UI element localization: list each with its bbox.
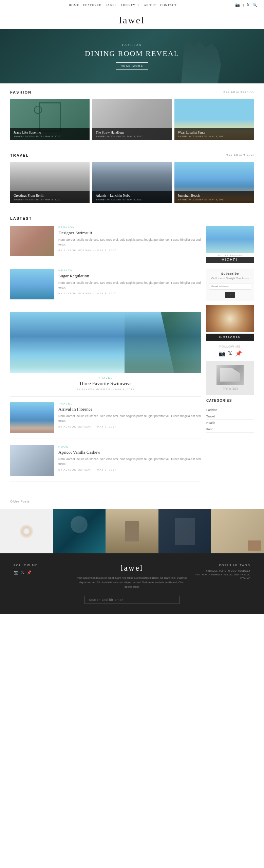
footer-twitter-icon[interactable]: 𝕏: [21, 570, 24, 575]
nav-pages[interactable]: PAGES: [106, 3, 117, 7]
footer-tag-1[interactable]: #LIFE: [219, 570, 226, 572]
post-item-1: FASHION Designer Swimsuit Nam laoreet ia…: [10, 226, 201, 262]
post-2-title[interactable]: Sugar Regulation: [58, 273, 201, 279]
twitter-icon[interactable]: 𝕏: [247, 3, 250, 7]
travel-section-header: TRAVEL See All in Travel: [10, 153, 254, 157]
travel-card-3[interactable]: Jumeirah Beach SHARE · 0 COMMENTS · MAY …: [174, 162, 254, 203]
navigation: ☰ HOME FEATURED PAGES LIFESTYLE ABOUT CO…: [0, 0, 264, 10]
fashion-card-2-title: The Straw Handbags: [96, 131, 168, 134]
fashion-card-3[interactable]: Wear Loyalist Pants SHARE · 0 COMMENTS ·…: [174, 99, 254, 140]
nav-contact[interactable]: CONTACT: [160, 3, 177, 7]
footer-site-name: lawel: [76, 564, 188, 573]
post-2-image[interactable]: [10, 269, 54, 299]
fashion-card-2[interactable]: The Straw Handbags SHARE · 0 COMMENTS · …: [92, 99, 172, 140]
post-4-content: TRAVEL Arrival In Florence Nam laoreet i…: [58, 402, 201, 433]
post-1-excerpt: Nam laoreet iaculis et ultrices. Sed ero…: [58, 238, 201, 247]
post-5-author: BY ALYSON MORGAN — May 8, 2017: [58, 468, 201, 471]
footer-instagram-icon[interactable]: 📷: [14, 570, 18, 575]
latest-layout: FASHION Designer Swimsuit Nam laoreet ia…: [10, 226, 254, 488]
latest-title: LASTEST: [10, 216, 254, 220]
sidebar-category-travel[interactable]: Travel: [206, 413, 254, 420]
nav-home[interactable]: HOME: [69, 3, 79, 7]
footer-search: [14, 596, 250, 604]
sidebar-instagram-image[interactable]: [206, 305, 254, 332]
follow-pinterest-icon[interactable]: 📌: [235, 350, 242, 357]
post-1-author: BY ALYSON MORGAN — May 8, 2017: [58, 249, 201, 252]
nav-about[interactable]: ABOUT: [144, 3, 156, 7]
travel-card-1[interactable]: Greetings From Berlin SHARE · 0 COMMENTS…: [10, 162, 90, 203]
footer-tag-4[interactable]: #AUTHOR: [195, 573, 208, 576]
sidebar-category-fashion[interactable]: Fashion: [206, 407, 254, 413]
latest-section: LASTEST FASHION Designer Swimsuit Nam la…: [0, 210, 264, 495]
footer: Follow me 📷 𝕏 📌 lawel Nam accumsan ipsum…: [0, 553, 264, 614]
sidebar-subscribe-input[interactable]: [209, 283, 251, 290]
fashion-section: FASHION See All in Fashion Jeans Like Su…: [0, 83, 264, 146]
post-2-author: BY ALYSON MORGAN — May 8, 2017: [58, 292, 201, 295]
instagram-icon[interactable]: 📷: [235, 3, 240, 7]
fashion-title: FASHION: [10, 90, 32, 94]
instagram-strip: [0, 509, 264, 553]
nav-links: HOME FEATURED PAGES LIFESTYLE ABOUT CONT…: [69, 3, 177, 7]
post-5-excerpt: Nam laoreet iaculis et ultrices. Sed ero…: [58, 457, 201, 466]
insta-cell-2[interactable]: [53, 509, 106, 553]
travel-card-2[interactable]: Atlantis – Lunch in Nobu SHARE · 0 COMME…: [92, 162, 172, 203]
sidebar-instagram-button[interactable]: INSTAGRAM: [206, 334, 254, 341]
sidebar-category-food[interactable]: Food: [206, 426, 254, 433]
footer-tag-5[interactable]: #ANIMALS: [209, 573, 222, 576]
footer-search-input[interactable]: [84, 596, 180, 604]
insta-cell-1[interactable]: [0, 509, 53, 553]
post-5-image[interactable]: [10, 445, 54, 476]
site-logo: lawel: [0, 15, 264, 26]
sidebar-subscribe: Subscribe Get Lastest Straight Your Inbo…: [206, 269, 254, 301]
post-3-large-image[interactable]: [10, 312, 201, 373]
footer-tag-8[interactable]: #TOKYO: [240, 577, 250, 579]
sidebar-follow-title: Follow me: [206, 345, 254, 348]
older-posts-anchor[interactable]: Older Posts: [10, 500, 30, 504]
insta-cell-5[interactable]: [211, 509, 264, 553]
fashion-card-1[interactable]: Jeans Like Supermo SHARE · 0 COMMENTS · …: [10, 99, 90, 140]
post-4-author: BY ALYSON MORGAN — May 8, 2017: [58, 425, 201, 428]
travel-see-all[interactable]: See All in Travel: [226, 154, 254, 157]
fashion-card-2-meta: SHARE · 0 COMMENTS · MAY 8, 2017: [96, 135, 168, 138]
footer-tag-3[interactable]: #BUDGET: [238, 570, 250, 572]
footer-tag-0[interactable]: #TRAVEL: [206, 570, 218, 572]
facebook-icon[interactable]: f: [243, 3, 244, 7]
fashion-card-2-overlay: The Straw Handbags SHARE · 0 COMMENTS · …: [92, 128, 172, 140]
footer-follow-title: Follow me: [14, 564, 70, 567]
nav-social-icons: 📷 f 𝕏 🔍: [235, 3, 257, 7]
search-icon[interactable]: 🔍: [252, 3, 257, 7]
travel-card-1-meta: SHARE · 0 COMMENTS · MAY 8, 2017: [14, 198, 86, 201]
post-3-title[interactable]: Three Favorite Swimwear: [10, 381, 201, 387]
footer-tag-6[interactable]: #SELECTED: [224, 573, 239, 576]
footer-pinterest-icon[interactable]: 📌: [27, 570, 32, 575]
sidebar-subscribe-button[interactable]: →: [225, 292, 235, 298]
footer-top: Follow me 📷 𝕏 📌 lawel Nam accumsan ipsum…: [14, 564, 250, 589]
fashion-card-1-title: Jeans Like Supermo: [14, 131, 86, 134]
footer-tags-title: Popular Tags: [195, 564, 251, 567]
footer-tags: Popular Tags #TRAVEL #LIFE #FOOD #BUDGET…: [195, 564, 251, 589]
insta-cell-3[interactable]: [106, 509, 158, 553]
fashion-card-1-meta: SHARE · 0 COMMENTS · MAY 8, 2017: [14, 135, 86, 138]
nav-lifestyle[interactable]: LIFESTYLE: [121, 3, 140, 7]
hero-read-more-button[interactable]: Read more: [116, 62, 148, 70]
sidebar-category-health[interactable]: Health: [206, 420, 254, 426]
travel-card-3-title: Jumeirah Beach: [178, 194, 250, 197]
travel-card-3-overlay: Jumeirah Beach SHARE · 0 COMMENTS · MAY …: [174, 191, 254, 203]
post-5-title[interactable]: Apricot Vanilla Cashew: [58, 450, 201, 455]
post-4-image[interactable]: [10, 402, 54, 433]
fashion-see-all[interactable]: See All in Fashion: [223, 91, 254, 94]
insta-cell-4[interactable]: [158, 509, 211, 553]
post-1-category: FASHION: [58, 226, 201, 229]
post-4-title[interactable]: Arrival In Florence: [58, 407, 201, 412]
nav-featured[interactable]: FEATURED: [83, 3, 101, 7]
follow-instagram-icon[interactable]: 📷: [219, 350, 225, 357]
sidebar-author: YOU'RE READING MICHEL: [206, 226, 254, 263]
travel-card-1-title: Greetings From Berlin: [14, 194, 86, 197]
latest-posts: FASHION Designer Swimsuit Nam laoreet ia…: [10, 226, 201, 488]
post-1-title[interactable]: Designer Swimsuit: [58, 230, 201, 236]
sidebar-categories-title: Categories: [206, 399, 254, 404]
footer-tag-2[interactable]: #FOOD: [228, 570, 237, 572]
footer-tag-7[interactable]: #HELLO: [240, 573, 250, 576]
follow-twitter-icon[interactable]: 𝕏: [228, 350, 232, 357]
post-1-image[interactable]: [10, 226, 54, 256]
